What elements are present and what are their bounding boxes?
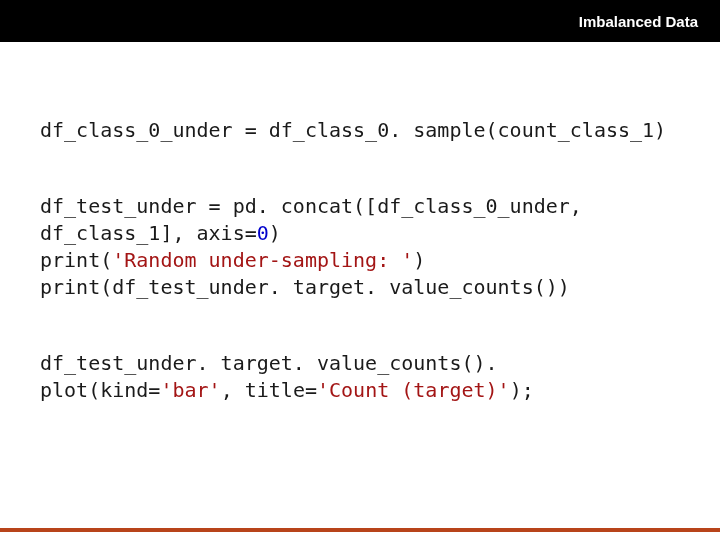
code-text: ) xyxy=(269,221,281,245)
code-text: , title= xyxy=(221,378,317,402)
code-paragraph: df_test_under. target. value_counts(). p… xyxy=(40,350,680,404)
footer-accent-line xyxy=(0,528,720,532)
code-number: 0 xyxy=(257,221,269,245)
code-paragraph: df_test_under = pd. concat([df_class_0_u… xyxy=(40,193,680,301)
code-string: 'Count (target)' xyxy=(317,378,510,402)
code-text: df_class_0_under = df_class_0. sample(co… xyxy=(40,118,666,142)
code-text: ); xyxy=(510,378,534,402)
code-string: 'bar' xyxy=(160,378,220,402)
content-area: df_class_0_under = df_class_0. sample(co… xyxy=(40,90,680,480)
code-text: print( xyxy=(40,248,112,272)
slide-title: Imbalanced Data xyxy=(579,13,698,30)
code-text: ) xyxy=(413,248,425,272)
code-string: 'Random under-sampling: ' xyxy=(112,248,413,272)
code-text: df_test_under = pd. concat([df_class_0_u… xyxy=(40,194,594,245)
code-block: df_class_0_under = df_class_0. sample(co… xyxy=(40,90,680,480)
title-bar: Imbalanced Data xyxy=(0,0,720,42)
code-line: df_class_0_under = df_class_0. sample(co… xyxy=(40,117,680,144)
slide: Imbalanced Data df_class_0_under = df_cl… xyxy=(0,0,720,540)
code-text: print(df_test_under. target. value_count… xyxy=(40,275,570,299)
